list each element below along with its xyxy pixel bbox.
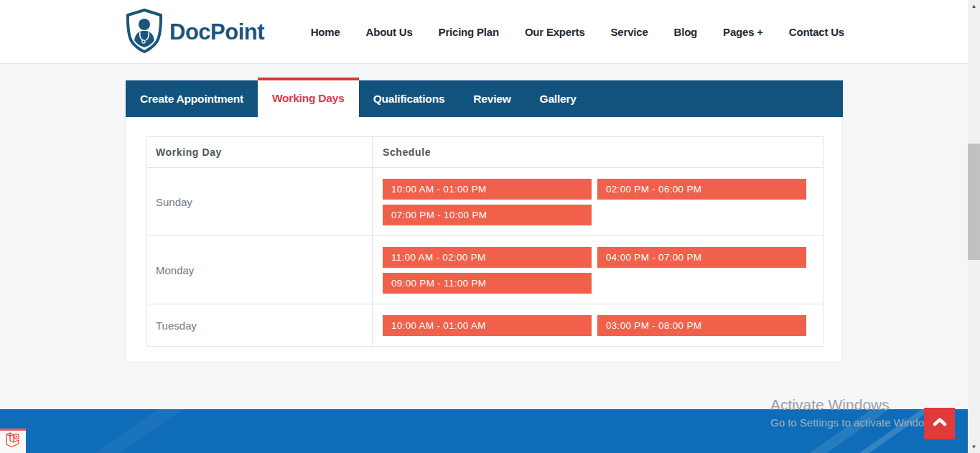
table-row: Sunday 10:00 AM - 01:00 PM02:00 PM - 06:…: [147, 168, 823, 236]
site-header: DocPoint HomeAbout UsPricing PlanOur Exp…: [0, 0, 968, 64]
time-slot-chip: 11:00 AM - 02:00 PM: [383, 247, 592, 268]
main-nav: HomeAbout UsPricing PlanOur ExpertsServi…: [311, 0, 844, 64]
scrollbar[interactable]: ▲ ▼: [968, 0, 980, 453]
scroll-to-top-button[interactable]: [924, 408, 955, 439]
schedule-cell: 11:00 AM - 02:00 PM04:00 PM - 07:00 PM09…: [373, 236, 823, 304]
scrollbar-up-icon[interactable]: ▲: [968, 0, 980, 12]
footer-decor-stripe: [0, 409, 223, 453]
nav-item-contact-us[interactable]: Contact Us: [789, 26, 844, 38]
time-slot-chip: 09:00 PM - 11:00 PM: [383, 273, 592, 294]
time-slot-chip: 07:00 PM - 10:00 PM: [383, 205, 592, 225]
shield-doctor-logo: [126, 9, 163, 56]
time-slot-chip: 04:00 PM - 07:00 PM: [597, 247, 806, 268]
brand-name: DocPoint: [169, 19, 264, 45]
schedule-cell: 10:00 AM - 01:00 PM02:00 PM - 06:00 PM07…: [373, 168, 823, 235]
tab-create-appointment[interactable]: Create Appointment: [126, 80, 258, 117]
table-header-row: Working Day Schedule: [147, 137, 823, 168]
time-slot-chip: 10:00 AM - 01:00 PM: [383, 179, 592, 200]
nav-item-pages[interactable]: Pages +: [723, 26, 763, 38]
page: DocPoint HomeAbout UsPricing PlanOur Exp…: [0, 0, 980, 453]
activate-windows-watermark: Activate Windows: [770, 396, 890, 414]
time-slot-chip: 10:00 AM - 01:00 AM: [383, 315, 592, 336]
working-day-cell: Monday: [147, 236, 373, 304]
table-header-schedule: Schedule: [373, 137, 823, 167]
tab-working-days[interactable]: Working Days: [258, 78, 359, 117]
nav-item-our-experts[interactable]: Our Experts: [525, 26, 585, 38]
working-days-table: Working Day Schedule Sunday 10:00 AM - 0…: [146, 136, 823, 347]
scrollbar-thumb[interactable]: [968, 144, 980, 260]
chevron-up-icon: [933, 417, 947, 430]
laravel-debugbar-toggle[interactable]: [0, 429, 26, 453]
time-slot-chip: 03:00 PM - 08:00 PM: [597, 315, 806, 336]
nav-item-home[interactable]: Home: [311, 26, 340, 38]
tab-gallery[interactable]: Gallery: [526, 80, 591, 117]
table-header-working-day: Working Day: [147, 137, 373, 167]
working-day-cell: Sunday: [147, 168, 373, 235]
table-row: Monday 11:00 AM - 02:00 PM04:00 PM - 07:…: [147, 236, 823, 304]
working-day-cell: Tuesday: [147, 304, 373, 346]
profile-tabbar: Create AppointmentWorking DaysQualificat…: [126, 80, 843, 117]
nav-item-pricing-plan[interactable]: Pricing Plan: [439, 26, 499, 38]
activate-windows-subtext: Go to Settings to activate Windows: [770, 416, 938, 429]
nav-item-service[interactable]: Service: [611, 26, 648, 38]
nav-item-about-us[interactable]: About Us: [366, 26, 413, 38]
brand-logo[interactable]: DocPoint: [126, 0, 264, 64]
scrollbar-down-icon[interactable]: ▼: [968, 441, 980, 453]
table-row: Tuesday 10:00 AM - 01:00 AM03:00 PM - 08…: [147, 304, 823, 346]
laravel-icon: [5, 432, 21, 452]
nav-item-blog[interactable]: Blog: [674, 26, 698, 38]
tab-qualifications[interactable]: Qualifications: [359, 80, 459, 117]
time-slot-chip: 02:00 PM - 06:00 PM: [597, 179, 806, 200]
tab-review[interactable]: Review: [459, 80, 525, 117]
tab-content-panel: Working Day Schedule Sunday 10:00 AM - 0…: [126, 117, 843, 363]
schedule-cell: 10:00 AM - 01:00 AM03:00 PM - 08:00 PM: [373, 304, 823, 346]
